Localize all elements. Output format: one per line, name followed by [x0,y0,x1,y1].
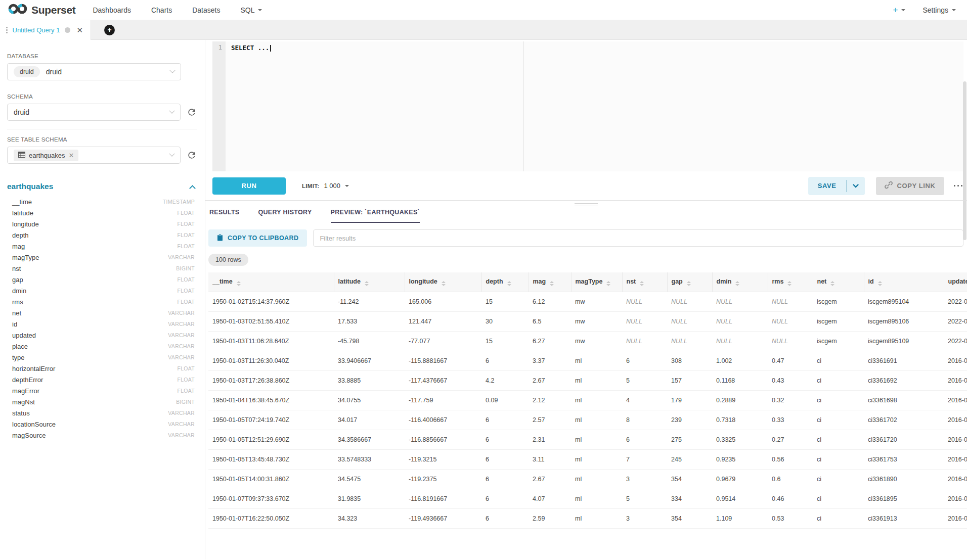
schema-select[interactable]: druid [7,104,181,121]
settings-menu[interactable]: Settings [922,6,956,14]
schema-column-row[interactable]: magFLOAT [12,241,195,252]
table-row: 1950-01-03T02:51:55.410Z17.533121.447306… [208,311,967,331]
resize-handle[interactable] [575,202,598,206]
column-header-updated[interactable]: updated [944,272,967,292]
query-tab-active[interactable]: Untitled Query 1 ✕ [0,20,91,40]
table-cell: 2016-0 [944,469,967,489]
schema-column-row[interactable]: magErrorFLOAT [12,385,195,396]
sort-icon[interactable] [878,281,882,287]
schema-column-row[interactable]: magNstBIGINT [12,396,195,407]
selected-table-pill[interactable]: earthquakes ✕ [14,150,78,161]
chevron-up-icon[interactable] [189,185,196,192]
table-select[interactable]: earthquakes ✕ [7,147,181,164]
sort-icon[interactable] [787,281,792,287]
run-button[interactable]: RUN [212,177,286,195]
table-cell: 1950-01-07T16:22:50.050Z [208,508,334,528]
nav-datasets[interactable]: Datasets [192,6,220,14]
refresh-schema-icon[interactable] [187,107,197,117]
column-header-dmin[interactable]: dmin [712,272,768,292]
column-header-gap[interactable]: gap [667,272,712,292]
schema-column-row[interactable]: statusVARCHAR [12,407,195,418]
sort-icon[interactable] [606,281,610,287]
editor-scrollbar[interactable] [963,81,966,240]
table-cell: ml [571,430,622,449]
sort-icon[interactable] [687,281,691,287]
table-cell: -116.4006667 [405,410,481,430]
schema-column-row[interactable]: gapFLOAT [12,274,195,285]
schema-column-row[interactable]: locationSourceVARCHAR [12,418,195,430]
column-header-__time[interactable]: __time [208,272,334,292]
table-cell: 1950-01-03T11:26:30.040Z [208,351,334,370]
filter-results-input[interactable] [313,229,963,247]
table-schema-header[interactable]: earthquakes [7,182,197,191]
schema-column-row[interactable]: idVARCHAR [12,318,195,330]
schema-column-row[interactable]: nstBIGINT [12,263,195,274]
save-menu-button[interactable] [847,177,865,195]
copy-link-button[interactable]: COPY LINK [876,177,944,195]
table-cell: ci [813,351,864,370]
sort-icon[interactable] [640,281,644,287]
schema-column-row[interactable]: horizontalErrorFLOAT [12,363,195,374]
schema-column-row[interactable]: netVARCHAR [12,307,195,318]
sort-icon[interactable] [237,281,241,287]
column-header-net[interactable]: net [813,272,864,292]
table-cell: 5 [622,370,667,390]
schema-column-row[interactable]: placeVARCHAR [12,341,195,352]
limit-dropdown[interactable]: LIMIT: 1 000 [302,182,349,190]
column-type: FLOAT [177,232,195,238]
close-icon[interactable]: ✕ [76,26,83,34]
schema-column-row[interactable]: depthFLOAT [12,229,195,241]
editor-code[interactable]: SELECT ... [226,41,963,171]
table-cell: 33.8885 [334,370,405,390]
schema-column-row[interactable]: magSourceVARCHAR [12,430,195,441]
schema-column-row[interactable]: magTypeVARCHAR [12,252,195,263]
refresh-tables-icon[interactable] [187,150,197,160]
table-cell: 31.9835 [334,489,405,508]
schema-column-row[interactable]: latitudeFLOAT [12,207,195,218]
drag-grip-icon[interactable] [6,27,8,33]
schema-column-row[interactable]: rmsFLOAT [12,296,195,307]
schema-column-row[interactable]: dminFLOAT [12,285,195,296]
tab-results[interactable]: RESULTS [209,209,240,223]
nav-dashboards[interactable]: Dashboards [93,6,131,14]
save-button[interactable]: SAVE [808,177,846,195]
table-grid-icon [18,152,25,159]
tab-query-history[interactable]: QUERY HISTORY [258,209,312,223]
column-header-latitude[interactable]: latitude [334,272,405,292]
add-tab-button[interactable]: + [104,25,115,35]
editor-cursor [270,45,271,52]
column-header-rms[interactable]: rms [768,272,813,292]
sort-icon[interactable] [735,281,739,287]
sort-icon[interactable] [365,281,369,287]
table-cell: 2016-0 [944,390,967,410]
schema-column-row[interactable]: updatedVARCHAR [12,330,195,341]
new-item-menu[interactable]: + [893,5,905,15]
column-header-depth[interactable]: depth [481,272,529,292]
table-cell: iscgem895106 [864,311,944,331]
table-cell: ci [813,449,864,469]
schema-column-row[interactable]: longitudeFLOAT [12,218,195,229]
sort-icon[interactable] [442,281,446,287]
column-header-id[interactable]: id [864,272,944,292]
nav-sql-menu[interactable]: SQL [240,6,262,14]
more-actions-icon[interactable] [953,182,964,190]
remove-table-icon[interactable]: ✕ [69,152,74,159]
table-cell: 6 [622,351,667,370]
nav-charts[interactable]: Charts [151,6,172,14]
column-header-longitude[interactable]: longitude [405,272,481,292]
database-select[interactable]: druid druid [7,63,181,80]
sort-icon[interactable] [830,281,834,287]
column-header-mag[interactable]: mag [529,272,571,292]
schema-column-row[interactable]: __timeTIMESTAMP [12,196,195,207]
sql-editor[interactable]: 1 SELECT ... [212,41,963,171]
schema-column-row[interactable]: typeVARCHAR [12,352,195,363]
sort-icon[interactable] [507,281,511,287]
column-header-nst[interactable]: nst [622,272,667,292]
sort-icon[interactable] [550,281,554,287]
table-cell: ci3361692 [864,370,944,390]
tab-preview-earthquakes[interactable]: PREVIEW: `EARTHQUAKES` [331,209,420,223]
schema-column-row[interactable]: depthErrorFLOAT [12,374,195,385]
superset-brand[interactable]: Superset [8,2,75,18]
column-header-magType[interactable]: magType [571,272,622,292]
copy-to-clipboard-button[interactable]: COPY TO CLIPBOARD [208,229,307,247]
